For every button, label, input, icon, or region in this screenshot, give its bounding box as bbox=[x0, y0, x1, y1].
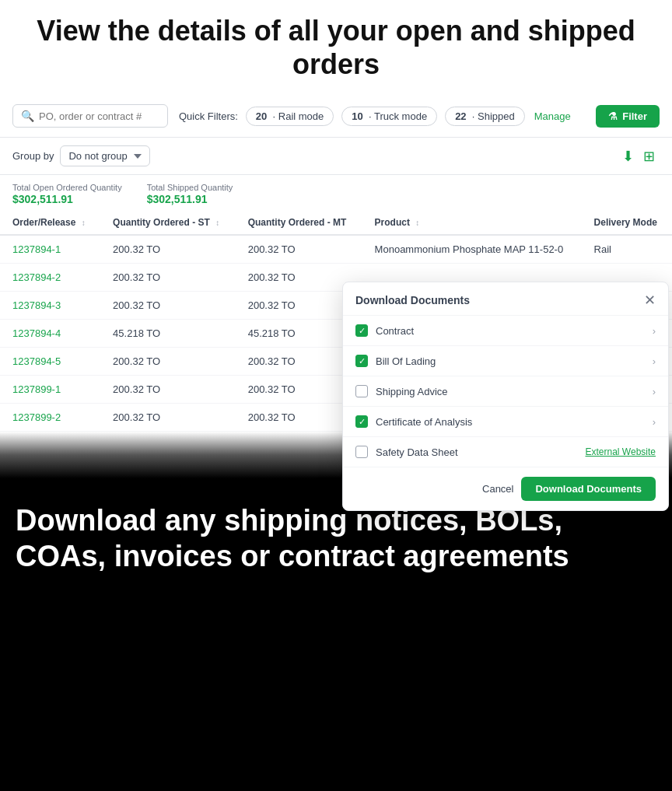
chevron-down-icon: › bbox=[653, 386, 656, 397]
popup-item-label: Certificate of Analysis bbox=[376, 416, 472, 428]
col-order: Order/Release ↕ bbox=[0, 211, 100, 235]
popup-item-left: Safety Data Sheet bbox=[355, 446, 458, 458]
toolbar: 🔍 Quick Filters: 20 · Rail mode 10 · Tru… bbox=[0, 95, 672, 138]
checkbox-2[interactable] bbox=[355, 385, 368, 397]
bottom-text: Download any shipping notices, BOLs, COA… bbox=[16, 503, 656, 574]
hero-section: View the details of all your open and sh… bbox=[0, 0, 672, 95]
cell-delivery: Rail bbox=[582, 235, 672, 264]
popup-footer: Cancel Download Documents bbox=[343, 467, 668, 510]
cell-qty-st: 200.32 TO bbox=[100, 348, 236, 376]
cell-qty-st: 200.32 TO bbox=[100, 292, 236, 320]
popup-item-left: ✓ Certificate of Analysis bbox=[355, 415, 472, 428]
filter-icon: ⚗ bbox=[608, 110, 618, 122]
hero-title: View the details of all your open and sh… bbox=[16, 14, 656, 81]
popup-item[interactable]: Safety Data Sheet External Website bbox=[343, 437, 668, 467]
checkbox-3[interactable]: ✓ bbox=[355, 415, 368, 428]
shipped-filter[interactable]: 22 · Shipped bbox=[445, 107, 525, 126]
popup-close-button[interactable]: ✕ bbox=[644, 293, 656, 307]
sort-icon-product: ↕ bbox=[415, 219, 419, 227]
stat-shipped: Total Shipped Quantity $302,511.91 bbox=[147, 183, 233, 206]
popup-item[interactable]: ✓ Bill Of Lading › bbox=[343, 346, 668, 376]
cell-qty-st: 200.32 TO bbox=[100, 376, 236, 404]
search-box[interactable]: 🔍 bbox=[12, 104, 168, 128]
stats-row: Total Open Ordered Quantity $302,511.91 … bbox=[0, 175, 672, 211]
cell-order[interactable]: 1237899-2 bbox=[0, 404, 100, 432]
external-website-link[interactable]: External Website bbox=[586, 446, 656, 457]
sort-icon-order: ↕ bbox=[82, 219, 86, 227]
popup-item[interactable]: ✓ Contract › bbox=[343, 316, 668, 346]
filter-button[interactable]: ⚗ Filter bbox=[596, 105, 660, 128]
col-delivery: Delivery Mode bbox=[582, 211, 672, 235]
cell-order[interactable]: 1237894-5 bbox=[0, 348, 100, 376]
chevron-down-icon: › bbox=[653, 325, 656, 337]
stat-shipped-value: $302,511.91 bbox=[147, 193, 208, 205]
checkbox-1[interactable]: ✓ bbox=[355, 355, 368, 367]
popup-item-label: Shipping Advice bbox=[376, 386, 448, 397]
cell-qty-st: 200.32 TO bbox=[100, 264, 236, 292]
cell-order[interactable]: 1237894-1 bbox=[0, 235, 100, 264]
popup-item[interactable]: Shipping Advice › bbox=[343, 376, 668, 407]
rail-mode-filter[interactable]: 20 · Rail mode bbox=[246, 107, 334, 126]
search-input[interactable] bbox=[39, 110, 156, 122]
groupby-label: Group by bbox=[12, 150, 54, 162]
chevron-down-icon: › bbox=[653, 416, 656, 428]
truck-mode-filter[interactable]: 10 · Truck mode bbox=[341, 107, 437, 126]
cell-qty-mt: 200.32 TO bbox=[236, 235, 362, 264]
checkbox-4[interactable] bbox=[355, 446, 368, 458]
stat-open-value: $302,511.91 bbox=[12, 193, 73, 205]
download-documents-button[interactable]: Download Documents bbox=[521, 477, 656, 501]
groupby-select[interactable]: Do not group bbox=[60, 145, 150, 166]
chevron-down-icon: › bbox=[653, 355, 656, 367]
col-qty-mt: Quantity Ordered - MT bbox=[236, 211, 362, 235]
groupby-row: Group by Do not group ⬇ ⊞ bbox=[0, 138, 672, 175]
download-icon-btn[interactable]: ⬇ bbox=[618, 146, 639, 166]
col-product: Product ↕ bbox=[362, 211, 582, 235]
table-row: 1237894-1 200.32 TO 200.32 TO Monoammoni… bbox=[0, 235, 672, 264]
popup-item-label: Bill Of Lading bbox=[376, 355, 436, 367]
stat-shipped-label: Total Shipped Quantity bbox=[147, 183, 233, 192]
cell-order[interactable]: 1237894-2 bbox=[0, 264, 100, 292]
popup-item[interactable]: ✓ Certificate of Analysis › bbox=[343, 407, 668, 437]
popup-title: Download Documents bbox=[355, 294, 470, 306]
popup-item-left: ✓ Contract bbox=[355, 324, 414, 337]
download-documents-popup: Download Documents ✕ ✓ Contract › ✓ Bill… bbox=[342, 282, 669, 511]
popup-item-label: Contract bbox=[376, 325, 414, 337]
cell-order[interactable]: 1237894-3 bbox=[0, 292, 100, 320]
col-qty-st: Quantity Ordered - ST ↕ bbox=[100, 211, 236, 235]
cell-order[interactable]: 1237894-4 bbox=[0, 320, 100, 348]
stat-open-ordered: Total Open Ordered Quantity $302,511.91 bbox=[12, 183, 122, 206]
search-icon: 🔍 bbox=[21, 110, 34, 122]
cell-product: Monoammonium Phosphate MAP 11-52-0 bbox=[362, 235, 582, 264]
cell-order[interactable]: 1237899-1 bbox=[0, 376, 100, 404]
cancel-button[interactable]: Cancel bbox=[482, 483, 513, 495]
cell-qty-st: 200.32 TO bbox=[100, 235, 236, 264]
stat-open-label: Total Open Ordered Quantity bbox=[12, 183, 122, 192]
popup-item-left: Shipping Advice bbox=[355, 385, 448, 397]
manage-link[interactable]: Manage bbox=[534, 110, 571, 122]
popup-item-left: ✓ Bill Of Lading bbox=[355, 355, 436, 367]
popup-header: Download Documents ✕ bbox=[343, 282, 668, 316]
cell-qty-st: 45.218 TO bbox=[100, 320, 236, 348]
ui-panel: 🔍 Quick Filters: 20 · Rail mode 10 · Tru… bbox=[0, 95, 672, 432]
columns-icon-btn[interactable]: ⊞ bbox=[639, 146, 660, 166]
cell-qty-st: 200.32 TO bbox=[100, 404, 236, 432]
popup-item-label: Safety Data Sheet bbox=[376, 446, 458, 458]
quick-filters-label: Quick Filters: bbox=[179, 110, 238, 122]
table-header-row: Order/Release ↕ Quantity Ordered - ST ↕ … bbox=[0, 211, 672, 235]
sort-icon-qty-st: ↕ bbox=[215, 219, 219, 227]
checkbox-0[interactable]: ✓ bbox=[355, 324, 368, 337]
